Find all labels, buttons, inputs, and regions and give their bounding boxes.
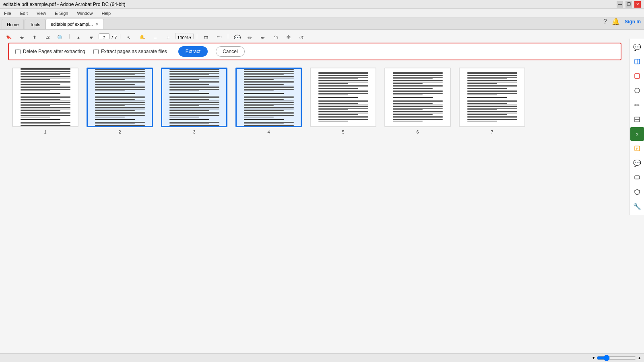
- tab-file-label: editable pdf exampl...: [51, 22, 93, 27]
- doc-content-6: [390, 69, 446, 125]
- page-thumbnail-7: [459, 68, 525, 127]
- tab-file[interactable]: editable pdf exampl... ✕: [45, 19, 104, 29]
- page-label-3: 3: [193, 130, 195, 134]
- right-panel-comments-icon[interactable]: 💬: [630, 40, 644, 54]
- close-window-button[interactable]: ✕: [634, 1, 641, 8]
- delete-pages-checkbox-group: Delete Pages after extracting: [15, 49, 85, 54]
- page-thumb-3[interactable]: 3: [161, 68, 227, 134]
- sign-in-button[interactable]: Sign In: [625, 19, 641, 25]
- right-panel-scan-icon[interactable]: [630, 113, 644, 126]
- menu-file[interactable]: File: [2, 10, 13, 16]
- right-panel-fillsign-icon[interactable]: F: [630, 142, 644, 155]
- main-content: Delete Pages after extracting Extract pa…: [0, 39, 630, 353]
- cancel-button[interactable]: Cancel: [216, 46, 244, 57]
- page-thumbnail-2: [87, 68, 153, 127]
- page-label-2: 2: [118, 130, 121, 134]
- extract-button[interactable]: Extract: [178, 46, 208, 57]
- menu-edit[interactable]: Edit: [19, 10, 29, 16]
- right-panel-protect-icon[interactable]: [630, 185, 644, 199]
- delete-pages-label[interactable]: Delete Pages after extracting: [23, 49, 85, 54]
- separate-files-checkbox-group: Extract pages as separate files: [93, 49, 167, 54]
- right-panel: 💬 ✏ X F 💬 🔧: [630, 39, 644, 215]
- header-right: ? 🔔 Sign In: [603, 18, 641, 25]
- page-thumbnail-4: [235, 68, 302, 127]
- page-thumb-7[interactable]: 7: [459, 68, 525, 134]
- page-thumbnail-1: [12, 68, 78, 127]
- menu-bar: File Edit View E-Sign Window Help: [0, 9, 644, 18]
- page-label-4: 4: [267, 130, 270, 134]
- menu-window[interactable]: Window: [75, 10, 94, 16]
- doc-content-1: [17, 68, 74, 127]
- tab-bar: Home Tools editable pdf exampl... ✕ ? 🔔 …: [0, 18, 644, 30]
- status-bar: ▾ ▴: [0, 353, 644, 362]
- separate-files-label[interactable]: Extract pages as separate files: [101, 49, 167, 54]
- delete-pages-checkbox[interactable]: [15, 49, 21, 54]
- notification-icon[interactable]: 🔔: [612, 18, 620, 25]
- title-bar-controls: — ❐ ✕: [617, 1, 641, 8]
- zoom-status-control: ▾ ▴: [592, 355, 641, 361]
- svg-rect-10: [635, 176, 640, 179]
- tab-tools[interactable]: Tools: [25, 19, 45, 29]
- doc-content-3: [166, 68, 223, 127]
- page-thumb-6[interactable]: 6: [384, 68, 451, 134]
- doc-content-7: [464, 69, 520, 125]
- title-bar: editable pdf example.pdf - Adobe Acrobat…: [0, 0, 644, 9]
- page-thumbnail-3: [161, 68, 227, 127]
- menu-view[interactable]: View: [35, 10, 48, 16]
- doc-content-4: [241, 68, 297, 127]
- page-thumbnail-5: [310, 68, 376, 127]
- svg-point-3: [635, 88, 640, 93]
- menu-esign[interactable]: E-Sign: [53, 10, 70, 16]
- tab-tools-label: Tools: [30, 22, 40, 27]
- right-panel-export-icon[interactable]: X: [630, 127, 644, 141]
- extract-options-bar: Delete Pages after extracting Extract pa…: [8, 43, 621, 60]
- page-thumbnail-6: [384, 68, 451, 127]
- page-thumb-1[interactable]: 1: [12, 68, 78, 134]
- minimize-button[interactable]: —: [617, 1, 623, 8]
- zoom-slider[interactable]: [597, 355, 637, 361]
- page-label-5: 5: [342, 130, 344, 134]
- separate-files-checkbox[interactable]: [93, 49, 99, 54]
- right-panel-pdftools-icon[interactable]: [630, 84, 644, 97]
- menu-help[interactable]: Help: [100, 10, 113, 16]
- zoom-decrease-icon[interactable]: ▾: [592, 355, 595, 360]
- right-panel-edit-icon[interactable]: ✏: [630, 98, 644, 112]
- zoom-increase-icon[interactable]: ▴: [638, 355, 641, 360]
- title-bar-text: editable pdf example.pdf - Adobe Acrobat…: [3, 2, 126, 7]
- right-panel-tools-icon[interactable]: [630, 69, 644, 83]
- page-label-1: 1: [44, 130, 46, 134]
- tab-close-icon[interactable]: ✕: [95, 22, 99, 27]
- tab-home-label: Home: [7, 22, 19, 27]
- svg-text:F: F: [636, 147, 638, 150]
- pages-area: 1: [0, 64, 630, 138]
- page-label-7: 7: [491, 130, 493, 134]
- svg-text:X: X: [636, 132, 638, 136]
- help-icon[interactable]: ?: [603, 18, 607, 25]
- page-label-6: 6: [416, 130, 419, 134]
- right-panel-enrich-icon[interactable]: [630, 171, 644, 184]
- page-thumb-2[interactable]: 2: [87, 68, 153, 134]
- right-panel-comment-icon[interactable]: 💬: [630, 156, 644, 170]
- page-thumb-5[interactable]: 5: [310, 68, 376, 134]
- tab-home[interactable]: Home: [2, 19, 24, 29]
- svg-rect-2: [635, 74, 640, 78]
- page-thumb-4[interactable]: 4: [235, 68, 302, 134]
- doc-content-5: [315, 69, 372, 125]
- restore-button[interactable]: ❐: [625, 1, 632, 8]
- right-panel-share-icon[interactable]: [630, 55, 644, 68]
- right-panel-wrench-icon[interactable]: 🔧: [630, 200, 644, 213]
- doc-content-2: [92, 68, 148, 127]
